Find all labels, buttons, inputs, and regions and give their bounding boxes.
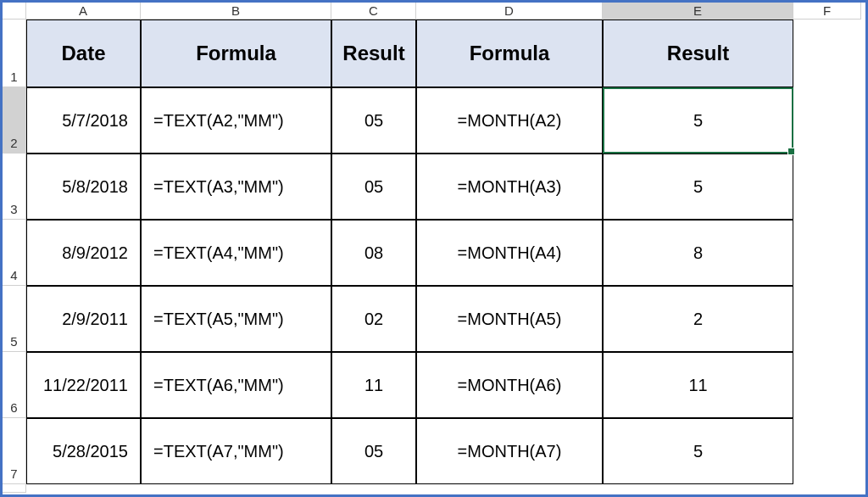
cell-D3[interactable]: =MONTH(A3) [416,154,603,220]
col-header-C[interactable]: C [331,3,416,20]
cell-E4[interactable]: 8 [603,220,793,286]
cell-D6[interactable]: =MONTH(A6) [416,352,603,418]
cell-A5[interactable]: 2/9/2011 [26,286,141,352]
cell-F4[interactable] [793,220,861,286]
cell-A3[interactable]: 5/8/2018 [26,154,141,220]
cell-B8[interactable] [141,484,331,493]
cell-B5[interactable]: =TEXT(A5,"MM") [141,286,331,352]
cell-C4[interactable]: 08 [331,220,416,286]
row-header-2[interactable]: 2 [3,87,26,154]
cell-A2[interactable]: 5/7/2018 [26,87,141,154]
cell-B4[interactable]: =TEXT(A4,"MM") [141,220,331,286]
cell-B2[interactable]: =TEXT(A2,"MM") [141,87,331,154]
row-header-3[interactable]: 3 [3,154,26,220]
cell-E7[interactable]: 5 [603,418,793,484]
spreadsheet-grid: A B C D E F 1 Date Formula Result Formul… [3,3,865,493]
col-header-A[interactable]: A [26,3,141,20]
cell-C6[interactable]: 11 [331,352,416,418]
cell-E6[interactable]: 11 [603,352,793,418]
cell-A4[interactable]: 8/9/2012 [26,220,141,286]
cell-B3[interactable]: =TEXT(A3,"MM") [141,154,331,220]
cell-A7[interactable]: 5/28/2015 [26,418,141,484]
cell-F2[interactable] [793,87,861,154]
cell-C3[interactable]: 05 [331,154,416,220]
cell-F7[interactable] [793,418,861,484]
header-formula1[interactable]: Formula [141,20,331,87]
header-date[interactable]: Date [26,20,141,87]
cell-B6[interactable]: =TEXT(A6,"MM") [141,352,331,418]
cell-B7[interactable]: =TEXT(A7,"MM") [141,418,331,484]
col-header-B[interactable]: B [141,3,331,20]
cell-A8[interactable] [26,484,141,493]
cell-F5[interactable] [793,286,861,352]
col-header-D[interactable]: D [416,3,603,20]
row-header-1[interactable]: 1 [3,20,26,87]
col-header-F[interactable]: F [793,3,861,20]
cell-D4[interactable]: =MONTH(A4) [416,220,603,286]
cell-D8[interactable] [416,484,603,493]
cell-C5[interactable]: 02 [331,286,416,352]
header-result2[interactable]: Result [603,20,793,87]
row-header-5[interactable]: 5 [3,286,26,352]
cell-C7[interactable]: 05 [331,418,416,484]
row-header-8[interactable] [3,484,26,493]
corner-cell[interactable] [3,3,26,20]
cell-E8[interactable] [603,484,793,493]
cell-E2-active[interactable]: 5 [603,87,793,154]
cell-C8[interactable] [331,484,416,493]
row-header-4[interactable]: 4 [3,220,26,286]
cell-F6[interactable] [793,352,861,418]
cell-D2[interactable]: =MONTH(A2) [416,87,603,154]
col-header-E[interactable]: E [603,3,793,20]
header-result1[interactable]: Result [331,20,416,87]
cell-F8[interactable] [793,484,861,493]
header-formula2[interactable]: Formula [416,20,603,87]
cell-F1[interactable] [793,20,861,87]
cell-E3[interactable]: 5 [603,154,793,220]
cell-D7[interactable]: =MONTH(A7) [416,418,603,484]
cell-F3[interactable] [793,154,861,220]
row-header-6[interactable]: 6 [3,352,26,418]
cell-A6[interactable]: 11/22/2011 [26,352,141,418]
row-header-7[interactable]: 7 [3,418,26,484]
cell-C2[interactable]: 05 [331,87,416,154]
cell-E5[interactable]: 2 [603,286,793,352]
cell-D5[interactable]: =MONTH(A5) [416,286,603,352]
